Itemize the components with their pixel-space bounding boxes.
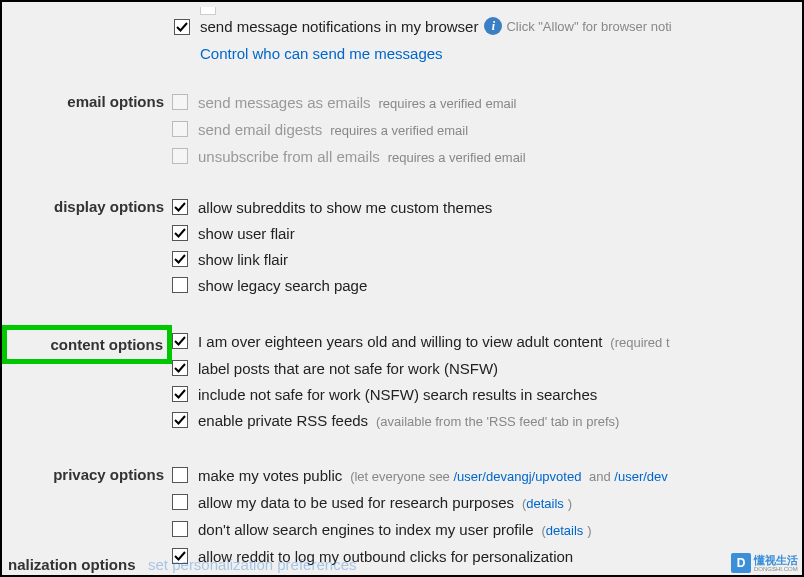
send-email-digests-hint: requires a verified email [330,123,468,138]
votes-public-hint-pre: (let everyone see [350,469,453,484]
unsubscribe-emails-label: unsubscribe from all emails [198,148,380,165]
send-messages-emails-hint: requires a verified email [378,96,516,111]
votes-public-mid: and [585,469,614,484]
no-search-index-label: don't allow search engines to index my u… [198,521,534,538]
enable-rss-label: enable private RSS feeds [198,412,368,429]
no-search-index-checkbox[interactable] [172,521,188,537]
send-email-digests-checkbox [172,121,188,137]
info-icon[interactable]: i [484,17,502,35]
section-email-options: email options send messages as emails re… [2,92,802,173]
over-eighteen-hint: (required t [610,335,669,350]
allow-custom-themes-label: allow subreddits to show me custom theme… [198,197,492,219]
show-user-flair-checkbox[interactable] [172,225,188,241]
unsubscribe-emails-hint: requires a verified email [388,150,526,165]
send-email-digests-label: send email digests [198,121,322,138]
section-label-content: content options [2,325,172,364]
show-legacy-search-checkbox[interactable] [172,277,188,293]
section-content-options: content options I am over eighteen years… [2,325,802,437]
include-nsfw-search-label: include not safe for work (NSFW) search … [198,384,597,406]
label-nsfw-checkbox[interactable] [172,360,188,376]
noindex-details-link[interactable]: details [546,523,584,538]
watermark-text1: 懂视生活 [754,555,798,566]
research-data-checkbox[interactable] [172,494,188,510]
section-label-display: display options [2,197,172,215]
browser-notifications-hint: Click "Allow" for browser noti [506,19,671,34]
section-label-email: email options [2,92,172,110]
watermark-logo-icon: D [731,553,751,573]
enable-rss-hint: (available from the 'RSS feed' tab in pr… [376,414,619,429]
personalization-link-cut[interactable]: set personalization preferences [148,556,356,573]
bottom-section-label-cut: nalization options [8,556,136,573]
over-eighteen-checkbox[interactable] [172,333,188,349]
votes-public-label: make my votes public [198,467,342,484]
show-user-flair-label: show user flair [198,223,295,245]
research-data-label: allow my data to be used for research pu… [198,494,514,511]
control-messages-link[interactable]: Control who can send me messages [200,45,443,62]
enable-rss-checkbox[interactable] [172,412,188,428]
unsubscribe-emails-checkbox [172,148,188,164]
show-link-flair-label: show link flair [198,249,288,271]
research-details-link[interactable]: details [526,496,564,511]
send-messages-emails-checkbox [172,94,188,110]
votes-public-checkbox[interactable] [172,467,188,483]
include-nsfw-search-checkbox[interactable] [172,386,188,402]
over-eighteen-label: I am over eighteen years old and willing… [198,333,602,350]
watermark: D 懂视生活 DONGSHI.COM [731,553,798,573]
allow-custom-themes-checkbox[interactable] [172,199,188,215]
downvoted-link[interactable]: /user/dev [614,469,667,484]
watermark-text2: DONGSHI.COM [754,566,798,572]
upvoted-link[interactable]: /user/devangj/upvoted [453,469,581,484]
label-nsfw-label: label posts that are not safe for work (… [198,358,498,380]
show-link-flair-checkbox[interactable] [172,251,188,267]
send-messages-emails-label: send messages as emails [198,94,371,111]
browser-notifications-label: send message notifications in my browser [200,18,478,35]
section-label-privacy: privacy options [2,465,172,483]
show-legacy-search-label: show legacy search page [198,275,367,297]
browser-notifications-checkbox[interactable] [174,19,190,35]
section-display-options: display options allow subreddits to show… [2,197,802,301]
